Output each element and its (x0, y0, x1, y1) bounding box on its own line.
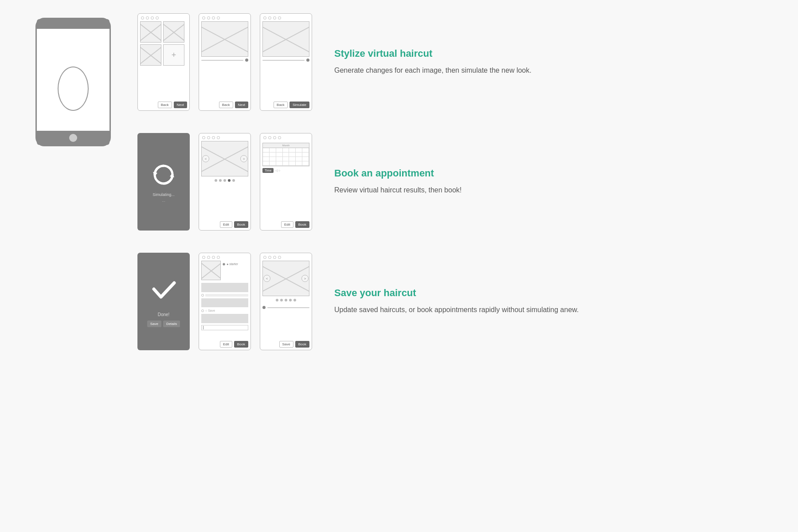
prev-arrow-3c[interactable]: < (263, 275, 270, 282)
radio-new[interactable] (223, 263, 225, 266)
sync-icon (150, 161, 177, 188)
list-divider-3 (201, 314, 248, 323)
dot (278, 256, 281, 259)
phone-avatar-oval (58, 66, 89, 111)
save-option-2 (201, 294, 248, 297)
cal-cell (263, 161, 270, 166)
edit-button-2b[interactable]: Edit (220, 221, 232, 228)
feature-row-book: Simulating... ... < > (137, 133, 579, 231)
save-name-input[interactable] (201, 325, 248, 330)
screen-dots-2b (201, 136, 248, 139)
image-row-bottom: + (140, 44, 187, 66)
button-row-1a: Back Next (140, 100, 187, 108)
screen-dots-3c (262, 256, 309, 259)
phone-status-bar (37, 19, 110, 29)
save-options: ● starter (223, 261, 248, 280)
next-arrow[interactable]: > (240, 155, 247, 162)
slider-handle[interactable] (245, 59, 248, 62)
slider-handle[interactable] (306, 59, 309, 62)
dot (217, 136, 220, 139)
save-option-3-label: ○ Save (205, 309, 215, 312)
pg-dot (293, 299, 296, 301)
dot (207, 16, 210, 20)
description-stylize: Stylize virtual haircut Generate changes… (321, 48, 532, 76)
spacer (262, 173, 309, 219)
cal-cell (283, 148, 289, 153)
save-option-3: ○ Save (201, 309, 248, 312)
back-button-1c[interactable]: Back (274, 102, 288, 108)
cal-cell (270, 157, 276, 161)
plus-add-image[interactable]: + (163, 44, 184, 66)
dot (278, 136, 281, 139)
next-button-1a[interactable]: Next (174, 102, 187, 108)
feature-title-stylize: Stylize virtual haircut (334, 48, 532, 59)
screen-dots-1b (201, 16, 248, 20)
slider-track (262, 60, 305, 61)
slider-1c[interactable] (262, 59, 309, 62)
details-button[interactable]: Details (163, 321, 180, 327)
back-button-1b[interactable]: Back (219, 102, 233, 108)
back-button-1a[interactable]: Back (158, 102, 172, 108)
screen-dots-2c (262, 136, 309, 139)
done-buttons: Save Details (147, 321, 180, 327)
book-button-3b[interactable]: Book (234, 341, 248, 348)
book-button-2c[interactable]: Book (295, 221, 309, 228)
cal-cell (276, 157, 283, 161)
feature-desc-save: Update saved haircuts, or book appointme… (334, 304, 579, 316)
book-button-3c[interactable]: Book (295, 341, 309, 348)
book-button-2b[interactable]: Book (234, 221, 248, 228)
cal-cell (276, 148, 283, 153)
browse-image-container: < > (262, 261, 309, 296)
option-new-label: ● starter (227, 262, 238, 266)
pg-dot (219, 179, 222, 182)
slider-3c[interactable] (262, 306, 309, 309)
dot (207, 136, 210, 139)
dot (273, 136, 276, 139)
screen-simulate: Back Simulate (260, 13, 312, 111)
button-row-1b: Back Next (201, 100, 248, 108)
spacer (201, 184, 248, 219)
slider-1b[interactable] (201, 59, 248, 62)
button-row-3b: Edit Book (201, 339, 248, 348)
prev-arrow[interactable]: < (202, 155, 209, 162)
phone-home-button (69, 134, 77, 142)
list-divider (201, 283, 248, 292)
edit-button-3b[interactable]: Edit (220, 341, 232, 348)
cal-cell (302, 157, 309, 161)
cal-cell (283, 157, 289, 161)
main-phone-mockup (35, 13, 137, 350)
time-button[interactable]: Time (262, 168, 274, 173)
phone-wireframe (35, 18, 111, 146)
calendar-grid[interactable]: Month (262, 143, 309, 166)
save-done-button[interactable]: Save (147, 321, 161, 327)
edit-button-2c[interactable]: Edit (281, 221, 293, 228)
spacer (262, 309, 309, 339)
simulate-button[interactable]: Simulate (289, 102, 309, 108)
cal-cell (263, 148, 270, 153)
radio-3[interactable] (201, 309, 204, 312)
pg-dot (276, 299, 278, 301)
image-row-top (140, 21, 187, 43)
list-divider-2 (201, 298, 248, 308)
spacer (262, 62, 309, 79)
radio-2[interactable] (201, 294, 204, 297)
top-section-3b: ● starter (201, 261, 248, 280)
pg-dot (215, 179, 217, 182)
cal-cell (302, 153, 309, 157)
cal-cell (283, 161, 289, 166)
dot (268, 16, 271, 20)
dot (217, 256, 220, 259)
next-button-1b[interactable]: Next (235, 102, 248, 108)
next-arrow-3c[interactable]: > (301, 275, 309, 282)
cal-cell (270, 153, 276, 157)
screen-simulating: Simulating... ... (137, 133, 190, 231)
spacer (201, 330, 248, 340)
image-with-arrows: < > (201, 141, 248, 176)
save-button-3c[interactable]: Save (279, 341, 293, 348)
screen-review-results: < > Edit Book (199, 133, 251, 231)
cal-cell (296, 148, 302, 153)
slider-handle-3c[interactable] (262, 306, 266, 309)
dot (278, 16, 281, 20)
cal-cell (276, 161, 283, 166)
dot (202, 256, 205, 259)
